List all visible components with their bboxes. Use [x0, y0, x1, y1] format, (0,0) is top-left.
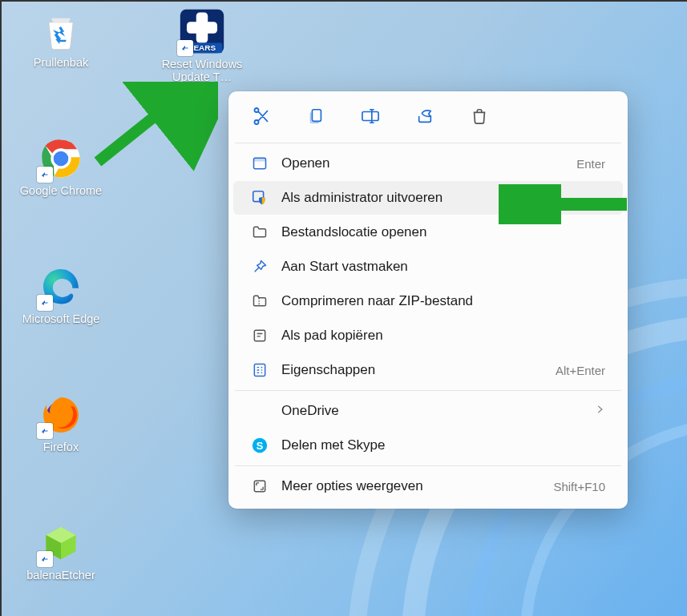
menu-item-label: Meer opties weergeven	[281, 478, 540, 494]
menu-item-label: Comprimeren naar ZIP-bestand	[281, 293, 605, 309]
rename-icon	[361, 107, 380, 125]
context-menu: Openen Enter Als administrator uitvoeren…	[228, 91, 628, 509]
cut-button[interactable]	[248, 103, 275, 130]
shortcut-badge-icon	[37, 167, 53, 183]
menu-item-run-as-administrator[interactable]: Als administrator uitvoeren	[233, 181, 623, 215]
pin-icon	[251, 258, 269, 276]
shortcut-badge-icon	[37, 551, 53, 567]
menu-item-label: Bestandslocatie openen	[281, 224, 605, 240]
blank-icon	[251, 402, 269, 420]
firefox-icon	[38, 393, 83, 437]
menu-item-shortcut: Alt+Enter	[556, 364, 605, 377]
menu-separator	[235, 465, 621, 466]
scissors-icon	[252, 107, 271, 126]
chevron-right-icon	[594, 403, 605, 419]
desktop-icon-balena-etcher[interactable]: balenaEtcher	[5, 521, 117, 582]
folder-icon	[251, 223, 269, 241]
svg-point-20	[261, 372, 263, 374]
desktop-icon-label: Firefox	[5, 441, 117, 453]
menu-item-compress-zip[interactable]: Comprimeren naar ZIP-bestand	[233, 284, 623, 318]
desktop-icon-recycle-bin[interactable]: Prullenbak	[5, 8, 117, 69]
svg-rect-11	[362, 112, 378, 121]
desktop-icon-label: balenaEtcher	[5, 569, 117, 582]
menu-item-onedrive[interactable]: OneDrive	[233, 394, 623, 428]
menu-item-shortcut: Enter	[576, 157, 605, 171]
menu-item-label: Als pad kopiëren	[281, 328, 605, 344]
menu-item-show-more-options[interactable]: Meer opties weergeven Shift+F10	[233, 469, 623, 503]
menu-item-label: OneDrive	[281, 403, 581, 419]
menu-separator	[235, 143, 621, 143]
svg-rect-2	[187, 22, 217, 34]
share-button[interactable]	[411, 103, 438, 130]
desktop-icon-label: Prullenbak	[5, 56, 117, 69]
reset-tool-icon: YEARS	[179, 8, 225, 54]
menu-item-shortcut: Shift+F10	[553, 480, 605, 493]
menu-separator	[235, 390, 621, 391]
desktop-icon-label: Reset Windows Update T…	[146, 58, 258, 83]
svg-point-18	[261, 367, 263, 368]
svg-point-19	[261, 369, 263, 371]
desktop-icon-firefox[interactable]: Firefox	[5, 393, 117, 453]
shortcut-badge-icon	[177, 40, 193, 56]
desktop-icon-microsoft-edge[interactable]: Microsoft Edge	[5, 264, 117, 325]
svg-rect-17	[254, 364, 265, 376]
properties-icon	[251, 361, 269, 379]
edge-icon	[38, 264, 83, 309]
svg-rect-10	[312, 110, 321, 122]
copy-button[interactable]	[302, 103, 329, 130]
more-options-icon	[251, 477, 269, 495]
menu-item-label: Delen met Skype	[281, 437, 605, 453]
shortcut-badge-icon	[37, 295, 53, 311]
svg-rect-16	[254, 330, 265, 340]
shortcut-badge-icon	[37, 423, 53, 439]
menu-item-label: Openen	[281, 155, 564, 171]
svg-text:S: S	[257, 440, 264, 452]
recycle-bin-icon	[38, 8, 83, 53]
menu-item-share-skype[interactable]: S Delen met Skype	[233, 429, 623, 462]
desktop-icon-google-chrome[interactable]: Google Chrome	[5, 136, 117, 197]
menu-item-copy-as-path[interactable]: Als pad kopiëren	[233, 319, 623, 352]
menu-item-open[interactable]: Openen Enter	[233, 147, 623, 180]
menu-item-label: Als administrator uitvoeren	[281, 190, 605, 206]
menu-item-pin-to-start[interactable]: Aan Start vastmaken	[233, 250, 623, 284]
menu-item-properties[interactable]: Eigenschappen Alt+Enter	[233, 353, 623, 387]
desktop-icon-label: Microsoft Edge	[5, 312, 117, 325]
share-icon	[415, 107, 434, 125]
trash-icon	[471, 107, 488, 126]
balena-icon	[38, 521, 83, 566]
app-window-icon	[251, 155, 269, 172]
shield-admin-icon	[251, 189, 269, 207]
copy-path-icon	[251, 327, 269, 344]
svg-rect-14	[254, 158, 266, 161]
delete-button[interactable]	[466, 103, 493, 130]
copy-icon	[307, 107, 325, 125]
rename-button[interactable]	[357, 103, 384, 130]
menu-item-label: Eigenschappen	[281, 362, 543, 378]
quick-actions-row	[228, 98, 628, 139]
skype-icon: S	[251, 437, 269, 454]
desktop-icon-label: Google Chrome	[5, 184, 117, 197]
zip-icon	[251, 292, 269, 310]
chrome-icon	[38, 136, 83, 181]
menu-item-label: Aan Start vastmaken	[281, 259, 605, 275]
desktop-icon-reset-windows-update[interactable]: YEARS Reset Windows Update T…	[146, 8, 258, 83]
menu-item-open-file-location[interactable]: Bestandslocatie openen	[233, 215, 623, 249]
